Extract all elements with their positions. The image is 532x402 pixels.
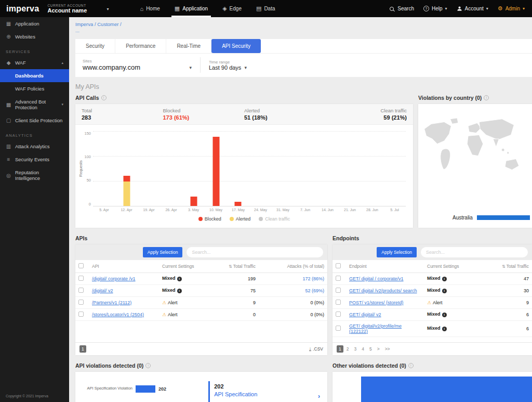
gridline <box>93 131 406 132</box>
page-button[interactable]: 3 <box>352 345 358 353</box>
table-row[interactable]: POST/ v1/stores/ {storeId} ⚠Alert 9 <box>332 296 532 308</box>
sidebar-item-websites[interactable]: ⊕ Websites <box>0 30 69 43</box>
nav-item-data[interactable]: ▤ Data <box>249 0 283 17</box>
tab-security[interactable]: Security <box>75 39 115 53</box>
column-header-attacks[interactable]: Attacks (% of total) <box>259 260 327 273</box>
stat-alerted: Alerted 51 (18%) <box>244 108 326 121</box>
select-all-checkbox[interactable] <box>336 263 341 268</box>
apis-search-input[interactable] <box>187 247 323 257</box>
apply-selection-button[interactable]: Apply Selection <box>377 247 417 257</box>
page-button[interactable]: 5 <box>367 345 374 353</box>
row-checkbox[interactable] <box>336 276 341 281</box>
other-violations-bar[interactable] <box>361 377 532 402</box>
page-button[interactable]: 4 <box>360 345 366 353</box>
endpoints-table-footer: 12345>>> <box>332 342 532 355</box>
sidebar-item-reputation-intelligence[interactable]: ◎ Reputation Intelligence <box>0 166 69 185</box>
account-switcher[interactable]: CURRENT ACCOUNT Account name ▾ <box>47 0 114 17</box>
vertical-divider <box>200 57 201 73</box>
hbar[interactable] <box>136 385 155 393</box>
legend-blocked[interactable]: Blocked <box>198 216 221 222</box>
sidebar-item-security-events[interactable]: ≡ Security Events <box>0 153 69 166</box>
chevron-down-icon: ▾ <box>445 6 447 11</box>
row-checkbox[interactable] <box>336 312 341 317</box>
chevron-down-icon: ▾ <box>107 7 109 11</box>
endpoint-link[interactable]: POST/ v1/stores/ {storeId} <box>349 300 404 305</box>
table-row[interactable]: GET/ digital /v2/products/ search Mixedi… <box>332 284 532 296</box>
country-bar-row: Australia <box>420 215 530 226</box>
endpoint-link[interactable]: GET/ digital / corporate/v1 <box>349 276 404 281</box>
search-button[interactable]: Search <box>390 6 414 11</box>
page-button[interactable]: >> <box>383 345 392 353</box>
row-checkbox[interactable] <box>336 326 341 331</box>
info-icon[interactable]: i <box>484 95 489 100</box>
sidebar-item-dashboards[interactable]: Dashboards <box>0 69 69 82</box>
row-checkbox[interactable] <box>336 288 341 293</box>
info-icon: i <box>442 289 447 293</box>
api-link[interactable]: /stores/Locator/v1 (2504) <box>92 312 144 317</box>
sites-selector[interactable]: Sites www.company.com ▾ <box>83 59 192 71</box>
table-row[interactable]: GET/ digital / corporate/v1 Mixedi 47 <box>332 273 532 284</box>
legend-clean-traffic[interactable]: Clean traffic <box>259 216 290 222</box>
breadcrumb[interactable]: Imperva / Customer / ... <box>75 21 122 34</box>
sidebar-item-attack-analytics[interactable]: ▥ Attack Analytics <box>0 140 69 153</box>
country-bar[interactable] <box>477 215 530 220</box>
table-row[interactable]: /digital/ corporate /v1 Mixedi 199 172 (… <box>75 273 327 284</box>
api-violations-highlight[interactable]: 202 API Specification › <box>208 381 321 402</box>
row-checkbox[interactable] <box>78 312 84 317</box>
nav-item-edge[interactable]: ◈ Edge <box>215 0 249 17</box>
table-row[interactable]: /stores/Locator/v1 (2504) ⚠Alert 0 0 (0%… <box>75 308 327 320</box>
info-icon[interactable]: i <box>408 363 414 368</box>
help-menu[interactable]: ? Help ▾ <box>423 6 447 11</box>
column-header-traffic[interactable]: ⇅Total Traffic <box>470 260 532 273</box>
page-button[interactable]: 2 <box>344 345 351 353</box>
api-link[interactable]: /digital/ v2 <box>92 288 113 293</box>
column-header-endpoint[interactable]: Endpoint <box>346 260 424 273</box>
tab-performance[interactable]: Performance <box>115 39 166 53</box>
page-button[interactable]: 1 <box>79 345 86 353</box>
table-row[interactable]: /digital/ v2 Mixedi 75 52 (69%) <box>75 284 327 296</box>
row-checkbox[interactable] <box>336 300 341 305</box>
page-button[interactable]: > <box>375 345 382 353</box>
sidebar-item-client-side-protection[interactable]: ▢ Client Side Protection <box>0 114 69 127</box>
column-header-traffic[interactable]: ⇅Total Traffic <box>211 260 259 273</box>
apply-selection-button[interactable]: Apply Selection <box>143 247 183 257</box>
api-link[interactable]: /Partners/v1 (2112) <box>92 300 131 305</box>
legend-alerted[interactable]: Alerted <box>230 216 251 222</box>
nav-item-application[interactable]: ▦ Application <box>167 0 215 17</box>
sidebar-item-waf-policies[interactable]: WAF Policies <box>0 82 69 95</box>
time-range-value: Last 90 days <box>209 64 241 71</box>
time-range-selector[interactable]: Time range Last 90 days ▾ <box>209 60 247 71</box>
help-icon: ? <box>423 6 429 11</box>
column-header-settings[interactable]: Current Settings <box>159 260 211 273</box>
endpoint-link[interactable]: GET/ digital/v2/profile/me (122122) <box>349 323 402 334</box>
endpoint-link[interactable]: GET/ digital/ v2 <box>349 312 381 317</box>
column-header-settings[interactable]: Current Settings <box>424 260 470 273</box>
tab-real-time[interactable]: Real-Time <box>166 39 211 53</box>
table-row[interactable]: GET/ digital/ v2 Mixedi 6 <box>332 308 532 320</box>
row-checkbox[interactable] <box>78 300 84 305</box>
row-checkbox[interactable] <box>78 288 84 293</box>
endpoint-link[interactable]: GET/ digital /v2/products/ search <box>349 288 417 293</box>
info-icon[interactable]: i <box>145 363 151 368</box>
admin-menu[interactable]: ⚙ Admin ▾ <box>498 5 525 12</box>
page-button[interactable]: 1 <box>337 345 343 353</box>
download-csv-button[interactable]: ↓ .CSV <box>309 346 323 352</box>
attacks-value[interactable]: 172 (86%) <box>259 273 327 284</box>
warning-icon: ⚠ <box>427 300 431 305</box>
endpoints-search-input[interactable] <box>421 247 528 257</box>
nav-item-home[interactable]: ⌂ Home <box>132 0 167 17</box>
api-link[interactable]: /digital/ corporate /v1 <box>92 276 136 281</box>
account-menu[interactable]: Account ▾ <box>457 6 488 11</box>
table-row[interactable]: GET/ digital/v2/profile/me (122122) Mixe… <box>332 320 532 336</box>
row-checkbox[interactable] <box>78 276 84 281</box>
column-header-api[interactable]: API <box>89 260 159 273</box>
info-icon: i <box>177 289 182 293</box>
table-row[interactable]: /Partners/v1 (2112) ⚠Alert 9 0 (0%) <box>75 296 327 308</box>
sidebar-item-advanced-bot-protection[interactable]: ▩ Advanced Bot Protection ▾ <box>0 95 69 114</box>
attacks-value[interactable]: 52 (69%) <box>259 284 327 296</box>
tab-api-security[interactable]: API Security <box>211 39 261 53</box>
sidebar-item-application[interactable]: ▦ Application <box>0 17 69 30</box>
info-icon[interactable]: i <box>101 95 107 100</box>
sidebar-item-waf[interactable]: ◆ WAF ▴ <box>0 56 69 69</box>
select-all-checkbox[interactable] <box>78 263 84 268</box>
